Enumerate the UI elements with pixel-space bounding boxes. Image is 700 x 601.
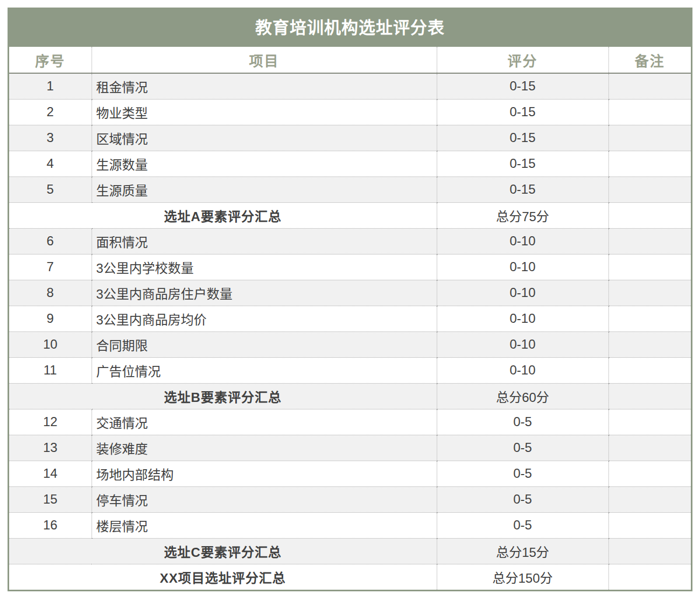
table-row: 73公里内学校数量0-10 — [9, 254, 691, 280]
table-row: 1租金情况0-15 — [9, 73, 691, 99]
note-cell — [608, 73, 691, 99]
note-cell — [608, 176, 691, 202]
table-row: 5生源质量0-15 — [9, 176, 691, 202]
score-range: 0-5 — [437, 486, 608, 512]
item-name: 装修难度 — [92, 435, 437, 461]
note-cell — [608, 151, 691, 176]
score-range: 0-10 — [437, 280, 608, 306]
item-name: 生源质量 — [92, 176, 437, 202]
note-cell — [608, 254, 691, 280]
item-name: 场地内部结构 — [92, 461, 437, 486]
item-name: 生源数量 — [92, 151, 437, 176]
score-range: 0-5 — [437, 435, 608, 461]
row-number: 3 — [9, 125, 92, 151]
summary-label: 选址A要素评分汇总 — [9, 202, 437, 228]
note-cell — [608, 306, 691, 331]
item-name: 租金情况 — [92, 73, 437, 99]
summary-score: 总分15分 — [437, 538, 608, 564]
row-number: 15 — [9, 486, 92, 512]
note-cell — [608, 512, 691, 538]
score-range: 0-5 — [437, 461, 608, 486]
score-range: 0-10 — [437, 357, 608, 383]
item-name: 物业类型 — [92, 99, 437, 125]
note-cell — [608, 331, 691, 357]
summary-row: XX项目选址评分汇总总分150分 — [9, 564, 691, 590]
score-range: 0-10 — [437, 228, 608, 254]
row-number: 14 — [9, 461, 92, 486]
summary-score: 总分150分 — [437, 564, 608, 590]
table-body: 1租金情况0-152物业类型0-153区域情况0-154生源数量0-155生源质… — [9, 73, 691, 590]
row-number: 1 — [9, 73, 92, 99]
table-row: 93公里内商品房均价0-10 — [9, 306, 691, 331]
row-number: 7 — [9, 254, 92, 280]
summary-label: 选址C要素评分汇总 — [9, 538, 437, 564]
table-row: 83公里内商品房住户数量0-10 — [9, 280, 691, 306]
row-number: 16 — [9, 512, 92, 538]
row-number: 13 — [9, 435, 92, 461]
score-table-frame: 教育培训机构选址评分表 序号 项目 评分 备注 1租金情况0-152物业类型0-… — [8, 8, 692, 591]
row-number: 2 — [9, 99, 92, 125]
row-number: 11 — [9, 357, 92, 383]
score-range: 0-5 — [437, 409, 608, 435]
summary-row: 选址A要素评分汇总总分75分 — [9, 202, 691, 228]
note-cell — [608, 538, 691, 564]
note-cell — [608, 383, 691, 409]
column-header-item: 项目 — [92, 47, 437, 73]
summary-score: 总分75分 — [437, 202, 608, 228]
note-cell — [608, 280, 691, 306]
table-row: 14场地内部结构0-5 — [9, 461, 691, 486]
summary-label: 选址B要素评分汇总 — [9, 383, 437, 409]
summary-row: 选址C要素评分汇总总分15分 — [9, 538, 691, 564]
header-row: 序号 项目 评分 备注 — [9, 47, 691, 73]
item-name: 3公里内商品房住户数量 — [92, 280, 437, 306]
page: 教育培训机构选址评分表 序号 项目 评分 备注 1租金情况0-152物业类型0-… — [0, 0, 700, 601]
table-row: 4生源数量0-15 — [9, 151, 691, 176]
note-cell — [608, 228, 691, 254]
score-range: 0-5 — [437, 512, 608, 538]
column-header-no: 序号 — [9, 47, 92, 73]
note-cell — [608, 435, 691, 461]
table-row: 16楼层情况0-5 — [9, 512, 691, 538]
note-cell — [608, 357, 691, 383]
score-table: 序号 项目 评分 备注 1租金情况0-152物业类型0-153区域情况0-154… — [9, 47, 691, 590]
row-number: 12 — [9, 409, 92, 435]
table-row: 3区域情况0-15 — [9, 125, 691, 151]
score-range: 0-15 — [437, 151, 608, 176]
item-name: 合同期限 — [92, 331, 437, 357]
note-cell — [608, 409, 691, 435]
score-range: 0-10 — [437, 331, 608, 357]
table-row: 11广告位情况0-10 — [9, 357, 691, 383]
score-range: 0-15 — [437, 176, 608, 202]
score-range: 0-15 — [437, 99, 608, 125]
note-cell — [608, 486, 691, 512]
row-number: 4 — [9, 151, 92, 176]
item-name: 3公里内学校数量 — [92, 254, 437, 280]
item-name: 楼层情况 — [92, 512, 437, 538]
note-cell — [608, 564, 691, 590]
table-row: 13装修难度0-5 — [9, 435, 691, 461]
note-cell — [608, 202, 691, 228]
note-cell — [608, 125, 691, 151]
score-range: 0-15 — [437, 73, 608, 99]
item-name: 广告位情况 — [92, 357, 437, 383]
note-cell — [608, 99, 691, 125]
row-number: 9 — [9, 306, 92, 331]
summary-row: 选址B要素评分汇总总分60分 — [9, 383, 691, 409]
row-number: 6 — [9, 228, 92, 254]
table-row: 2物业类型0-15 — [9, 99, 691, 125]
table-row: 10合同期限0-10 — [9, 331, 691, 357]
item-name: 面积情况 — [92, 228, 437, 254]
row-number: 5 — [9, 176, 92, 202]
item-name: 停车情况 — [92, 486, 437, 512]
row-number: 8 — [9, 280, 92, 306]
score-range: 0-10 — [437, 306, 608, 331]
table-row: 15停车情况0-5 — [9, 486, 691, 512]
column-header-note: 备注 — [608, 47, 691, 73]
summary-label: XX项目选址评分汇总 — [9, 564, 437, 590]
table-title: 教育培训机构选址评分表 — [9, 9, 691, 47]
row-number: 10 — [9, 331, 92, 357]
note-cell — [608, 461, 691, 486]
item-name: 区域情况 — [92, 125, 437, 151]
score-range: 0-15 — [437, 125, 608, 151]
table-row: 6面积情况0-10 — [9, 228, 691, 254]
